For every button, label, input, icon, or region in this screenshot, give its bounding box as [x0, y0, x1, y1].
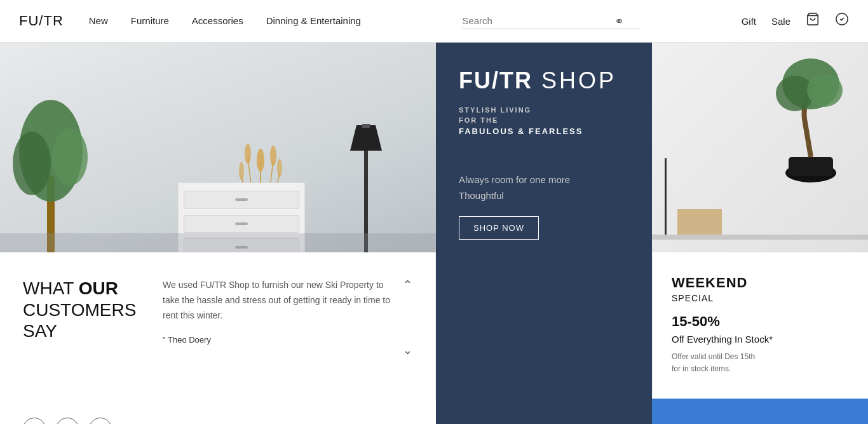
brand-shop: SHOP — [532, 67, 616, 93]
login-button[interactable] — [835, 12, 849, 30]
search-input[interactable] — [462, 13, 614, 29]
testimonial-content: ⌃ We used FU/TR Shop to furnish our new … — [150, 278, 412, 357]
hero-subtitle1: STYLISH LIVING — [459, 106, 629, 114]
svg-point-14 — [245, 144, 251, 164]
content-center-panel — [436, 252, 652, 399]
hero-tagline2: Thoughtful — [459, 190, 629, 201]
logo-text: FU — [19, 13, 39, 29]
hero-right-image — [652, 43, 868, 252]
svg-point-5 — [52, 128, 88, 186]
svg-point-13 — [257, 149, 264, 172]
nav-item-accessories[interactable]: Accessories — [192, 15, 243, 27]
sale-link[interactable]: Sale — [771, 16, 790, 27]
right-room-scene — [652, 43, 868, 252]
hero-brand-title: FU/TR SHOP — [459, 68, 629, 93]
testimonial-heading: WHAT OUR CUSTOMERS SAY — [23, 278, 150, 342]
offer-detail-1: Offer valid until Des 15th — [672, 351, 849, 363]
social-icons — [23, 418, 413, 424]
nav-item-new[interactable]: New — [89, 15, 108, 27]
youtube-icon[interactable] — [56, 418, 79, 424]
lamp-icon — [347, 119, 385, 252]
off-text: Off Everything In Stock* — [672, 334, 849, 345]
testimonial-label: WHAT OUR CUSTOMERS SAY — [23, 278, 150, 342]
logo-tr: TR — [43, 13, 63, 29]
header: FU/TR New Furniture Accessories Dinning … — [0, 0, 868, 43]
testimonial-next-button[interactable]: ⌄ — [403, 343, 412, 357]
plant-left-icon — [13, 100, 89, 252]
hero-section: FU/TR SHOP STYLISH LIVING FOR THE FABULO… — [0, 43, 868, 252]
weekend-special-panel: WEEKEND SPECIAL 15-50% Off Everything In… — [652, 252, 868, 399]
hero-tagline1: Always room for one more — [459, 174, 629, 185]
discount-value: 15-50% — [672, 313, 849, 330]
footer-center-panel: Not a Member? SIGN UP — [436, 399, 652, 424]
room-scene — [0, 43, 436, 252]
right-nav: Gift Sale — [742, 12, 849, 30]
svg-point-16 — [239, 162, 244, 180]
search-area: ⚭ — [361, 13, 742, 29]
testimonial-quote: We used FU/TR Shop to furnish our new Sk… — [163, 278, 412, 323]
testimonial-say: SAY — [23, 321, 57, 341]
nav-list: New Furniture Accessories Dinning & Ente… — [89, 15, 361, 27]
testimonial-area: WHAT OUR CUSTOMERS SAY ⌃ We used FU/TR S… — [0, 252, 436, 399]
footer-section: Subscribe to our newsletter ➤ © 2019 FU/… — [0, 399, 868, 424]
footer-right-panel: HELP ABOUT US CONTACT › — [652, 399, 868, 424]
nav-item-dining[interactable]: Dinning & Entertaining — [266, 15, 361, 27]
logo[interactable]: FU/TR — [19, 13, 64, 29]
search-wrapper: ⚭ — [462, 13, 640, 29]
hero-subtitle2: FOR THE — [459, 116, 629, 124]
testimonial-what: WHAT — [23, 278, 74, 298]
weekend-title-line1: WEEKEND — [672, 275, 849, 291]
nav-item-furniture[interactable]: Furniture — [131, 15, 169, 27]
testimonial-author: " Theo Doery — [163, 333, 412, 347]
footer-left: Subscribe to our newsletter ➤ © 2019 FU/… — [0, 399, 436, 424]
svg-point-15 — [270, 146, 276, 166]
testimonial-customers: CUSTOMERS — [23, 300, 136, 320]
svg-rect-22 — [789, 157, 833, 176]
svg-point-4 — [13, 132, 51, 195]
offer-detail-2: for in stock items. — [672, 363, 849, 375]
hero-center-panel: FU/TR SHOP STYLISH LIVING FOR THE FABULO… — [436, 43, 652, 252]
cart-button[interactable] — [806, 12, 820, 30]
main-nav: New Furniture Accessories Dinning & Ente… — [89, 15, 361, 27]
hero-left-image — [0, 43, 436, 252]
brand-futr: FU/TR — [459, 67, 532, 93]
hero-subtitle3: FABULOUS & FEARLESS — [459, 127, 629, 136]
instagram-icon[interactable] — [23, 418, 46, 424]
weekend-title-line2: SPECIAL — [672, 293, 849, 303]
content-section: WHAT OUR CUSTOMERS SAY ⌃ We used FU/TR S… — [0, 252, 868, 399]
bonsai-icon — [773, 55, 849, 182]
svg-marker-19 — [350, 125, 382, 151]
gift-link[interactable]: Gift — [742, 16, 756, 27]
svg-point-25 — [807, 74, 843, 107]
svg-point-17 — [277, 159, 282, 177]
testimonial-prev-button[interactable]: ⌃ — [403, 278, 412, 292]
testimonial-our: OUR — [79, 278, 118, 298]
svg-rect-20 — [362, 124, 370, 128]
shop-now-button[interactable]: SHOP NOW — [459, 216, 539, 240]
search-button[interactable]: ⚭ — [614, 14, 624, 28]
facebook-icon[interactable] — [89, 418, 112, 424]
